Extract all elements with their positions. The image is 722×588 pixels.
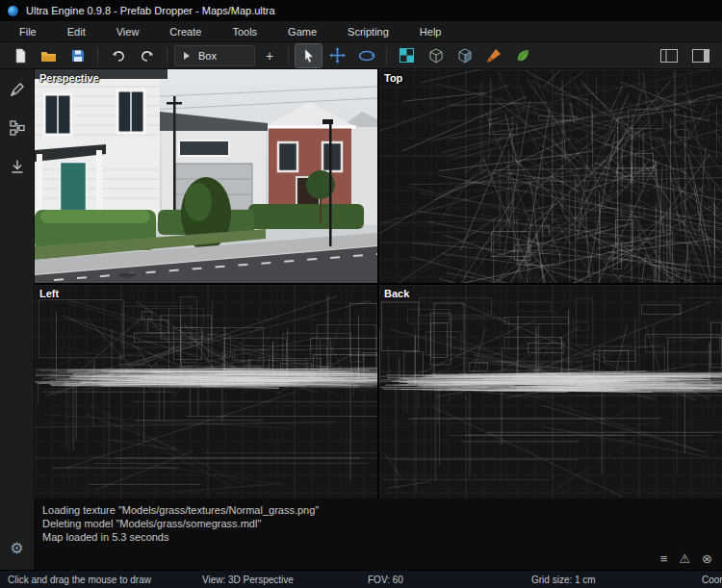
- viewport-label-top: Top: [384, 72, 402, 84]
- prefab-hierarchy-button[interactable]: [5, 115, 30, 141]
- toolbar-panel-toggles: [656, 44, 715, 67]
- viewport-label-back: Back: [384, 288, 409, 299]
- primitive-play-icon: [183, 51, 191, 61]
- app-logo-icon: [7, 5, 19, 17]
- hierarchy-icon: [9, 119, 26, 137]
- viewport-left[interactable]: Left: [35, 285, 377, 499]
- save-button[interactable]: [64, 44, 90, 67]
- toolbar-separator: [386, 47, 387, 64]
- new-file-icon: [13, 48, 28, 64]
- right-panel-icon: [692, 49, 709, 63]
- console-line: Loading texture "Models/grass/textures/N…: [42, 503, 714, 517]
- add-primitive-button[interactable]: +: [258, 45, 281, 66]
- settings-button[interactable]: ⚙: [5, 535, 30, 560]
- viewport-grid: Perspective Top Left Back: [35, 69, 722, 499]
- toolbar: Box +: [0, 42, 722, 69]
- back-wireframe: [379, 285, 722, 499]
- move-icon: [329, 47, 346, 64]
- toggle-right-panel-button[interactable]: [687, 44, 713, 67]
- viewport-perspective[interactable]: Perspective: [35, 69, 377, 283]
- open-file-button[interactable]: [36, 44, 62, 67]
- menu-scripting[interactable]: Scripting: [332, 21, 404, 41]
- primitive-selector[interactable]: Box: [174, 45, 255, 66]
- redo-icon: [140, 48, 155, 64]
- viewport-top[interactable]: Top: [379, 69, 722, 283]
- toolbar-separator: [288, 47, 289, 64]
- redo-button[interactable]: [134, 44, 160, 67]
- cursor-icon: [302, 48, 316, 64]
- download-icon: [9, 158, 26, 175]
- toggle-left-panel-button[interactable]: [656, 44, 682, 67]
- status-fov: FOV: 60: [368, 575, 531, 585]
- window-title: Ultra Engine 0.9.8 - Prefab Dropper - Ma…: [26, 5, 275, 16]
- rotate-icon: [358, 49, 375, 63]
- viewport-back[interactable]: Back: [379, 285, 722, 499]
- perspective-render: [35, 69, 377, 283]
- gear-icon: ⚙: [10, 539, 23, 557]
- titlebar: Ultra Engine 0.9.8 - Prefab Dropper - Ma…: [0, 0, 722, 21]
- undo-button[interactable]: [105, 44, 131, 67]
- move-tool-button[interactable]: [324, 44, 350, 67]
- cube-wireframe-button[interactable]: [423, 44, 449, 67]
- viewport-label-left: Left: [39, 288, 59, 299]
- toolbar-separator: [167, 47, 168, 64]
- menu-view[interactable]: View: [101, 21, 155, 41]
- paint-tool-button[interactable]: [480, 44, 506, 67]
- menubar: File Edit View Create Tools Game Scripti…: [0, 21, 722, 42]
- open-folder-icon: [40, 48, 57, 64]
- cube-solid-button[interactable]: [451, 44, 477, 67]
- status-view: View: 3D Perspective: [202, 575, 368, 585]
- hamburger-icon: ≡: [660, 551, 668, 566]
- undo-icon: [111, 48, 126, 64]
- console-line: Map loaded in 5.3 seconds: [42, 530, 714, 544]
- work-area: Perspective Top Left Back: [35, 69, 722, 570]
- warning-icon: ⚠: [679, 551, 690, 566]
- status-coordinates: Coor: [702, 575, 716, 585]
- pen-tool-icon: [9, 81, 26, 98]
- menu-help[interactable]: Help: [404, 21, 457, 41]
- select-tool-button[interactable]: [296, 44, 322, 67]
- error-filter-button[interactable]: ⊗: [702, 551, 712, 566]
- menu-game[interactable]: Game: [272, 21, 332, 41]
- leaf-icon: [515, 48, 530, 64]
- primitive-selector-label: Box: [198, 50, 217, 62]
- viewport-label-perspective: Perspective: [39, 72, 99, 84]
- main-area: ⚙: [0, 69, 722, 570]
- menu-edit[interactable]: Edit: [52, 21, 101, 41]
- uv-texture-icon: [400, 48, 414, 63]
- left-wireframe: [35, 285, 377, 499]
- cube-solid-icon: [457, 48, 473, 64]
- new-file-button[interactable]: [7, 44, 33, 67]
- app-window: Ultra Engine 0.9.8 - Prefab Dropper - Ma…: [0, 0, 722, 588]
- console-filter-buttons: ≡ ⚠ ⊗: [660, 551, 712, 566]
- menu-file[interactable]: File: [4, 21, 52, 41]
- paint-brush-icon: [486, 48, 502, 64]
- status-grid-size: Grid size: 1 cm: [531, 575, 702, 585]
- import-button[interactable]: [5, 154, 30, 179]
- vegetation-tool-button[interactable]: [509, 44, 535, 67]
- top-wireframe: [379, 69, 722, 283]
- log-filter-button[interactable]: ≡: [660, 551, 668, 566]
- left-panel-icon: [660, 49, 678, 63]
- statusbar: Click and drag the mouse to draw View: 3…: [0, 570, 722, 588]
- console-line: Deleting model "Models/grass/somegrass.m…: [42, 517, 714, 530]
- rotate-tool-button[interactable]: [353, 44, 379, 67]
- status-hint: Click and drag the mouse to draw: [0, 575, 202, 585]
- menu-tools[interactable]: Tools: [217, 21, 272, 41]
- warning-filter-button[interactable]: ⚠: [679, 551, 690, 566]
- edit-mode-button[interactable]: [5, 77, 30, 102]
- menu-create[interactable]: Create: [154, 21, 217, 41]
- cube-wireframe-icon: [428, 48, 444, 64]
- console-panel: Loading texture "Models/grass/textures/N…: [35, 499, 722, 570]
- left-sidebar: ⚙: [0, 69, 35, 570]
- toolbar-separator: [97, 47, 98, 64]
- error-icon: ⊗: [702, 551, 712, 566]
- save-icon: [70, 48, 86, 64]
- uv-texture-button[interactable]: [394, 44, 420, 67]
